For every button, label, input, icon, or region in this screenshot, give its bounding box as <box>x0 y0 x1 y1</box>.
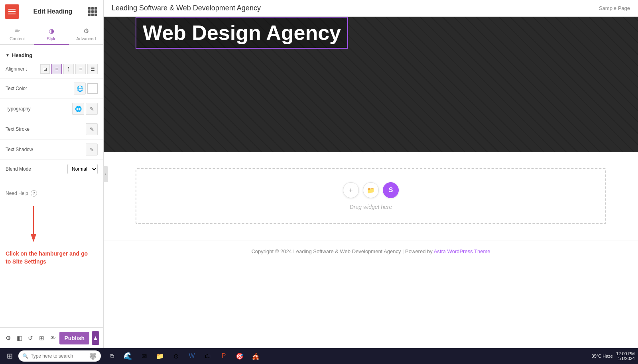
typography-global-button[interactable]: 🌐 <box>72 103 84 115</box>
text-stroke-edit-button[interactable]: ✎ <box>86 123 98 135</box>
grid-button[interactable] <box>87 6 98 18</box>
widget-area: + 📁 S Drag widget here <box>104 152 638 240</box>
blend-mode-controls: Normal Multiply Screen Overlay Darken Li… <box>67 164 98 174</box>
hamburger-button[interactable] <box>5 4 19 19</box>
clock-time: 12:00 PM <box>616 351 635 356</box>
hero-content: Web Design Agency <box>104 17 638 49</box>
footer-link[interactable]: Astra WordPress Theme <box>434 248 490 254</box>
app1[interactable]: 🎯 <box>232 349 247 363</box>
taskbar-weather: 35°C Haze <box>592 354 613 358</box>
tab-content[interactable]: ✏ Content <box>0 23 34 45</box>
text-shadow-edit-button[interactable]: ✎ <box>86 144 98 155</box>
typography-controls: 🌐 ✎ <box>72 103 98 115</box>
annotation-text: Click on the hamburger and go to Site Se… <box>6 250 93 266</box>
tab-advanced-label: Advanced <box>76 36 96 41</box>
text-color-swatch[interactable] <box>87 83 98 94</box>
chrome-app[interactable]: ⊙ <box>169 349 183 363</box>
hero-section: Web Design Agency <box>104 17 638 152</box>
tab-style-label: Style <box>47 36 56 41</box>
alignment-label: Alignment <box>6 66 40 72</box>
heading-section-header[interactable]: ▼ Heading <box>0 49 103 61</box>
text-stroke-row: Text Stroke ✎ <box>0 121 103 138</box>
folder2-app[interactable]: 🗂 <box>201 349 215 363</box>
taskbar-mascot-icon: 🐺 <box>89 352 97 360</box>
widget-drop-zone: + 📁 S Drag widget here <box>136 168 606 224</box>
hero-heading[interactable]: Web Design Agency <box>136 17 348 49</box>
globe-icon: 🌐 <box>77 85 83 92</box>
filemanager-app[interactable]: 📁 <box>153 349 167 363</box>
history-icon-button[interactable]: ↺ <box>26 332 35 344</box>
app2[interactable]: 🎪 <box>248 349 263 363</box>
need-help-row: Need Help ? <box>0 185 103 202</box>
layers-icon-button[interactable]: ◧ <box>15 332 24 344</box>
folder-icon: 📁 <box>367 187 375 194</box>
align-center-button[interactable]: ⋮ <box>63 64 74 74</box>
taskbar-apps: ⧉ 🌊 ✉ 📁 ⊙ W 🗂 P 🎯 🎪 <box>105 349 263 363</box>
tab-content-label: Content <box>10 36 25 41</box>
alignment-row: Alignment ⊡ ≡ ⋮ ≡ ☰ <box>0 61 103 77</box>
s-widget-button[interactable]: S <box>383 182 399 198</box>
site-title: Leading Software & Web Development Agenc… <box>112 4 261 12</box>
annotation-arrow <box>26 206 57 246</box>
windows-start-button[interactable]: ⊞ <box>3 350 16 362</box>
heading-section-label: Heading <box>12 52 32 58</box>
taskbar-search-box[interactable]: 🔍 🐺 <box>18 350 101 362</box>
alignment-controls: ⊡ ≡ ⋮ ≡ ☰ <box>40 64 98 74</box>
align-right-button[interactable]: ≡ <box>75 64 86 74</box>
blend-mode-select[interactable]: Normal Multiply Screen Overlay Darken Li… <box>67 164 98 174</box>
pencil-icon-3: ✎ <box>90 147 94 153</box>
edge-app[interactable]: 🌊 <box>121 349 135 363</box>
text-stroke-label: Text Stroke <box>6 126 86 132</box>
typography-row: Typography 🌐 ✎ <box>0 100 103 117</box>
taskbar-search-input[interactable] <box>31 353 87 359</box>
align-justify-button[interactable]: ☰ <box>87 64 98 74</box>
text-color-controls: 🌐 <box>74 83 98 94</box>
clock-date: 1/1/2024 <box>616 356 635 361</box>
sidebar-tabs: ✏ Content ◑ Style ⚙ Advanced <box>0 23 103 45</box>
taskview-app[interactable]: ⧉ <box>105 349 119 363</box>
sidebar-title: Edit Heading <box>19 8 87 15</box>
text-stroke-controls: ✎ <box>86 123 98 135</box>
page-canvas: Web Design Agency + 📁 S Drag widget here <box>104 17 638 348</box>
collapse-handle[interactable]: ‹ <box>103 166 108 182</box>
windows-icon: ⊞ <box>7 352 13 360</box>
blend-mode-label: Blend Mode <box>6 166 67 172</box>
typography-label: Typography <box>6 106 72 112</box>
sidebar-header: Edit Heading <box>0 0 103 23</box>
gear-tab-icon: ⚙ <box>83 27 89 35</box>
text-color-global-button[interactable]: 🌐 <box>74 83 86 94</box>
text-color-row: Text Color 🌐 <box>0 80 103 97</box>
chevron-down-icon: ▼ <box>6 53 10 57</box>
main-content: Leading Software & Web Development Agenc… <box>104 0 638 348</box>
text-shadow-label: Text Shadow <box>6 147 86 152</box>
taskbar-clock: 12:00 PM 1/1/2024 <box>616 351 635 361</box>
globe-icon-2: 🌐 <box>75 106 82 112</box>
need-help-label: Need Help <box>6 191 28 196</box>
word-app[interactable]: W <box>185 349 199 363</box>
sample-page-link[interactable]: Sample Page <box>599 5 630 11</box>
mail-app[interactable]: ✉ <box>137 349 151 363</box>
eye-icon-button[interactable]: 👁 <box>49 332 57 344</box>
text-shadow-row: Text Shadow ✎ <box>0 141 103 158</box>
help-icon[interactable]: ? <box>31 190 37 197</box>
footer-text: Copyright © 2024 Leading Software & Web … <box>251 248 433 254</box>
tab-style[interactable]: ◑ Style <box>34 23 69 45</box>
add-widget-button[interactable]: + <box>343 182 359 198</box>
blend-mode-row: Blend Mode Normal Multiply Screen Overla… <box>0 161 103 177</box>
pencil-icon-2: ✎ <box>90 126 94 132</box>
tab-advanced[interactable]: ⚙ Advanced <box>69 23 103 45</box>
folder-widget-button[interactable]: 📁 <box>363 182 379 198</box>
align-left-button[interactable]: ≡ <box>51 64 62 74</box>
settings-icon-button[interactable]: ⚙ <box>4 332 13 344</box>
widget-actions: + 📁 S <box>343 182 399 198</box>
publish-button[interactable]: Publish <box>59 332 89 344</box>
panel-content: ▼ Heading Alignment ⊡ ≡ ⋮ ≡ ☰ Text Color <box>0 45 103 327</box>
typography-edit-button[interactable]: ✎ <box>86 103 98 115</box>
layout-icon-button[interactable]: ⊞ <box>37 332 46 344</box>
responsive-icon[interactable]: ⊡ <box>40 64 50 74</box>
arrow-container <box>6 210 98 250</box>
top-nav: Leading Software & Web Development Agenc… <box>104 0 638 17</box>
sidebar-bottom: ⚙ ◧ ↺ ⊞ 👁 Publish ▲ <box>0 327 103 348</box>
powerpoint-app[interactable]: P <box>217 349 231 363</box>
publish-dropdown-button[interactable]: ▲ <box>92 331 99 345</box>
